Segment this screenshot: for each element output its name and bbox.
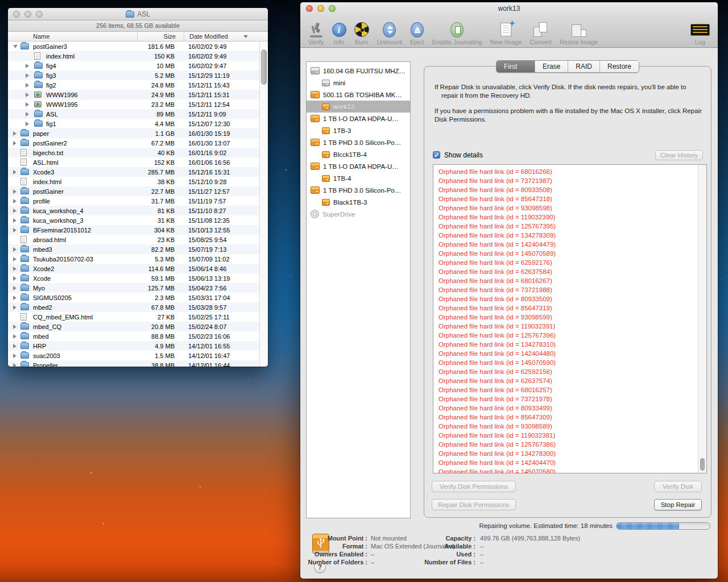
disclosure-triangle[interactable] bbox=[13, 247, 16, 252]
table-row[interactable]: SIGMUS02052.3 MB15/03/31 17:04 bbox=[8, 293, 268, 302]
disclosure-triangle[interactable] bbox=[13, 334, 16, 339]
disclosure-triangle[interactable] bbox=[13, 189, 16, 194]
disclosure-triangle[interactable] bbox=[13, 276, 16, 281]
sidebar-item-superdrive[interactable]: SuperDrive bbox=[307, 208, 410, 220]
table-row[interactable]: HRP4.9 MB14/12/01 16:55 bbox=[8, 341, 268, 351]
sidebar-item-160-04-gb-fujitsu-mhz[interactable]: 160.04 GB FUJITSU MHZ… bbox=[307, 65, 410, 77]
table-row[interactable]: Tsukuba20150702-035.3 MB15/07/09 11:02 bbox=[8, 254, 268, 264]
burn-button[interactable]: Burn bbox=[354, 21, 369, 45]
new-image-button[interactable]: + New Image bbox=[490, 21, 522, 45]
table-row[interactable]: abroad.html23 KB15/08/25 9:54 bbox=[8, 235, 268, 244]
disclosure-triangle[interactable] bbox=[13, 354, 16, 358]
tab-restore[interactable]: Restore bbox=[600, 61, 639, 72]
info-button[interactable]: i Info bbox=[332, 21, 346, 45]
disclosure-triangle[interactable] bbox=[13, 344, 16, 348]
sidebar-item-blcck1tb-4[interactable]: Blcck1TB-4 bbox=[307, 148, 410, 160]
table-row[interactable]: mbed_CQ20.8 MB15/02/24 8:07 bbox=[8, 322, 268, 331]
table-row[interactable]: index.html38 KB15/12/10 9:28 bbox=[8, 177, 268, 186]
sidebar-item-black1tb-3[interactable]: Black1TB-3 bbox=[307, 196, 410, 208]
log-scrollbar-thumb[interactable] bbox=[700, 458, 705, 471]
disclosure-triangle[interactable] bbox=[26, 122, 29, 126]
disclosure-triangle[interactable] bbox=[13, 363, 16, 367]
disclosure-triangle[interactable] bbox=[26, 102, 29, 107]
disclosure-triangle[interactable] bbox=[13, 286, 16, 290]
table-row[interactable]: CQ_mbed_EMG.html27 KB15/02/25 17:11 bbox=[8, 312, 268, 322]
table-row[interactable]: index.html150 KB16/02/02 9:49 bbox=[8, 51, 268, 61]
disclosure-triangle[interactable] bbox=[26, 112, 29, 117]
sidebar-item-1tb-4[interactable]: 1TB-4 bbox=[307, 172, 410, 184]
table-row[interactable]: postGainer22.7 MB15/11/27 12:57 bbox=[8, 186, 268, 196]
table-row[interactable]: mbed382.2 MB15/07/19 7:13 bbox=[8, 244, 268, 254]
table-row[interactable]: Xcode59.1 MB15/06/13 13:19 bbox=[8, 273, 268, 283]
table-row[interactable]: fig224.8 MB15/12/11 15:43 bbox=[8, 80, 268, 90]
finder-titlebar[interactable]: ASL bbox=[8, 8, 268, 20]
table-row[interactable]: Xcode2114.6 MB15/06/14 8:46 bbox=[8, 264, 268, 273]
verify-disk-button[interactable]: Verify Disk bbox=[654, 481, 702, 492]
resize-image-button[interactable]: Resize Image bbox=[560, 21, 598, 45]
table-row[interactable]: suac20031.5 MB14/12/01 16:47 bbox=[8, 351, 268, 360]
sidebar-item-1-tb-phd-3-0-silicon-po[interactable]: 1 TB PHD 3.0 Silicon-Po… bbox=[307, 136, 410, 148]
table-row[interactable]: postGainer267.2 MB16/01/30 13:07 bbox=[8, 138, 268, 148]
tab-first-aid[interactable]: First Aid bbox=[497, 61, 535, 72]
table-row[interactable]: profile31.7 MB15/11/19 7:57 bbox=[8, 196, 268, 206]
column-divider[interactable] bbox=[184, 32, 184, 41]
disclosure-triangle[interactable] bbox=[13, 228, 16, 232]
table-row[interactable]: ASL.html152 KB16/01/06 16:56 bbox=[8, 157, 268, 167]
sidebar-item-1-tb-i-o-data-hdpa-u[interactable]: 1 TB I-O DATA HDPA-U… bbox=[307, 160, 410, 172]
sidebar-item-1tb-3[interactable]: 1TB-3 bbox=[307, 124, 410, 136]
convert-button[interactable]: Convert bbox=[530, 21, 552, 45]
verify-button[interactable]: Verify bbox=[308, 21, 324, 45]
table-row[interactable]: kuca_workshop_481 KB15/11/10 8:27 bbox=[8, 206, 268, 215]
disclosure-triangle[interactable] bbox=[13, 305, 16, 310]
finder-scrollbar[interactable] bbox=[259, 41, 268, 367]
table-row[interactable]: Propeller38.8 MB14/12/01 16:44 bbox=[8, 360, 268, 367]
column-header-date-modified[interactable]: Date Modified bbox=[189, 33, 228, 40]
sidebar-item-mini[interactable]: mini bbox=[307, 77, 410, 89]
verify-disk-permissions-button[interactable]: Verify Disk Permissions bbox=[432, 481, 516, 492]
disclosure-triangle[interactable] bbox=[26, 73, 29, 78]
table-row[interactable]: paper1.1 GB16/01/30 15:19 bbox=[8, 128, 268, 138]
table-row[interactable]: postGainer3181.6 MB16/02/02 9:49 bbox=[8, 41, 268, 51]
eject-button[interactable]: Eject bbox=[410, 21, 424, 45]
show-details-checkbox[interactable]: ✓ bbox=[433, 151, 440, 159]
log-scrollbar[interactable] bbox=[698, 165, 706, 473]
sidebar-item-work13[interactable]: work13 bbox=[307, 101, 410, 113]
tab-raid[interactable]: RAID bbox=[568, 61, 600, 72]
table-row[interactable]: WWW199624.9 MB15/12/11 15:31 bbox=[8, 90, 268, 99]
repair-disk-permissions-button[interactable]: Repair Disk Permissions bbox=[432, 499, 516, 510]
table-row[interactable]: bigecho.txt40 KB16/01/16 9:02 bbox=[8, 148, 268, 157]
sidebar-item-1-tb-i-o-data-hdpa-u[interactable]: 1 TB I-O DATA HDPA-U… bbox=[307, 113, 410, 124]
enable-journaling-button[interactable]: Enable Journaling bbox=[432, 21, 482, 45]
disclosure-triangle[interactable] bbox=[13, 296, 16, 300]
table-row[interactable]: mbed88.8 MB15/02/23 16:06 bbox=[8, 331, 268, 341]
stop-repair-button[interactable]: Stop Repair bbox=[654, 499, 702, 510]
table-row[interactable]: WWW199523.2 MB15/12/11 12:54 bbox=[8, 99, 268, 109]
disclosure-triangle[interactable] bbox=[13, 45, 18, 48]
sidebar-item-1-tb-phd-3-0-silicon-po[interactable]: 1 TB PHD 3.0 Silicon-Po… bbox=[307, 184, 410, 196]
table-row[interactable]: BFseminar20151012304 KB15/10/13 12:55 bbox=[8, 225, 268, 235]
log-button[interactable]: Log bbox=[690, 21, 710, 45]
disclosure-triangle[interactable] bbox=[13, 218, 16, 223]
table-row[interactable]: ASL89 MB15/12/11 9:09 bbox=[8, 109, 268, 119]
table-row[interactable]: fig410 MB16/02/02 9:47 bbox=[8, 61, 268, 70]
disclosure-triangle[interactable] bbox=[13, 170, 16, 174]
unmount-button[interactable]: Unmount bbox=[377, 21, 403, 45]
disclosure-triangle[interactable] bbox=[13, 209, 16, 213]
column-divider[interactable] bbox=[137, 32, 138, 41]
table-row[interactable]: fig14.4 MB15/12/07 12:30 bbox=[8, 119, 268, 128]
column-header-name[interactable]: Name bbox=[33, 33, 49, 40]
table-row[interactable]: kuca_workshop_331 KB15/11/08 12:35 bbox=[8, 215, 268, 225]
disk-utility-titlebar[interactable]: work13 bbox=[300, 2, 718, 15]
table-row[interactable]: Myo125.7 MB15/04/23 7:56 bbox=[8, 283, 268, 293]
table-row[interactable]: mbed267.8 MB15/03/28 9:57 bbox=[8, 302, 268, 312]
table-row[interactable]: fig35.2 MB15/12/29 11:19 bbox=[8, 70, 268, 80]
disclosure-triangle[interactable] bbox=[13, 141, 16, 146]
disclosure-triangle[interactable] bbox=[13, 257, 16, 261]
table-row[interactable]: Xcode3285.7 MB15/12/16 15:31 bbox=[8, 167, 268, 177]
finder-scrollbar-thumb[interactable] bbox=[261, 49, 267, 85]
disclosure-triangle[interactable] bbox=[26, 64, 29, 68]
sidebar-item-500-11-gb-toshiba-mk[interactable]: 500.11 GB TOSHIBA MK… bbox=[307, 89, 410, 101]
disclosure-triangle[interactable] bbox=[26, 83, 29, 88]
tab-erase[interactable]: Erase bbox=[535, 61, 568, 72]
column-header-size[interactable]: Size bbox=[137, 33, 176, 40]
